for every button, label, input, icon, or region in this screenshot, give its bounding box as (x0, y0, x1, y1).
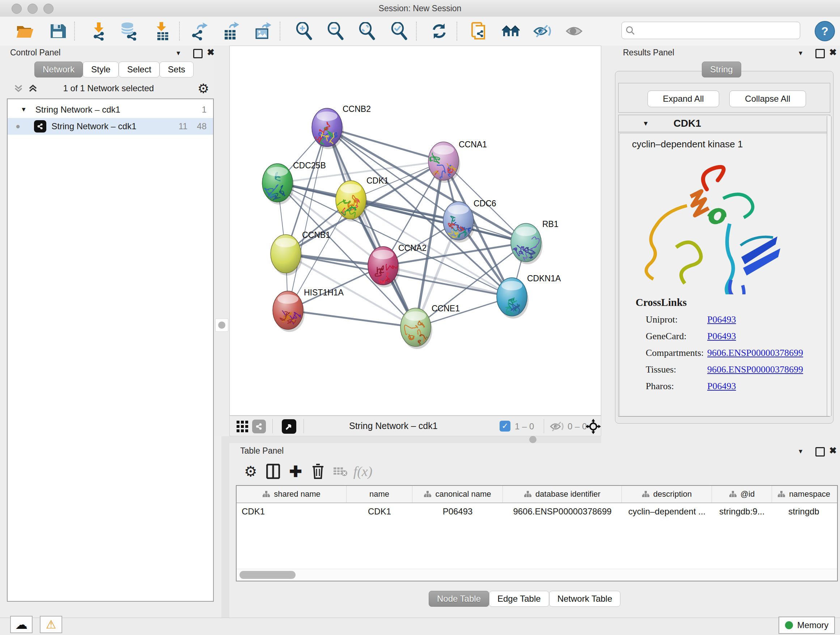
splitter-handle-dot[interactable] (529, 436, 537, 443)
expand-all-button[interactable]: Expand All (647, 90, 719, 107)
network-canvas[interactable]: CCNB2CCNA1CDC25BCDK1CDC6RB1CCNB1CCNA2CDK… (229, 46, 601, 416)
import-table-file-button[interactable] (152, 21, 172, 41)
hide-selected-button[interactable] (532, 21, 553, 41)
import-network-file-button[interactable] (88, 21, 109, 41)
grid-view-icon[interactable] (236, 420, 248, 432)
warnings-button[interactable]: ⚠ (40, 616, 62, 633)
uniprot-link[interactable]: P06493 (707, 314, 736, 325)
pharos-link[interactable]: P06493 (707, 381, 736, 392)
cell-description[interactable]: cyclin–dependent ... (622, 507, 712, 516)
network-view-icon[interactable] (252, 420, 266, 433)
gear-icon[interactable]: ⚙ (197, 81, 209, 96)
selected-checkbox-icon[interactable]: ✓ (500, 421, 510, 432)
zoom-selected-button[interactable] (389, 21, 410, 41)
results-panel-close-icon[interactable]: ✖ (829, 47, 837, 57)
import-network-database-button[interactable] (118, 21, 139, 41)
warning-icon: ⚠ (46, 618, 57, 631)
left-splitter-handle[interactable] (215, 318, 228, 332)
control-panel-close-icon[interactable]: ✖ (207, 47, 215, 57)
compartments-link[interactable]: 9606.ENSP00000378699 (707, 348, 803, 358)
tab-network-table[interactable]: Network Table (549, 591, 621, 607)
network-graph[interactable]: CCNB2CCNA1CDC25BCDK1CDC6RB1CCNB1CCNA2CDK… (230, 46, 601, 415)
table-panel-close-icon[interactable]: ✖ (829, 445, 837, 456)
network-collection-row[interactable]: ▼ String Network – cdk1 1 (8, 101, 213, 118)
left-panel-splitter[interactable] (214, 46, 229, 436)
cell-name[interactable]: CDK1 (347, 507, 412, 516)
tab-string[interactable]: String (702, 62, 741, 78)
cell-namespace[interactable]: stringdb (772, 507, 836, 516)
crosslink-row: Uniprot: P06493 (636, 314, 829, 325)
column-header-database-identifier[interactable]: database identifier (503, 486, 622, 502)
cell-shared-name[interactable]: CDK1 (237, 507, 347, 516)
column-header-at-id[interactable]: @id (712, 486, 772, 502)
genecard-link[interactable]: P06493 (707, 331, 736, 342)
memory-button[interactable]: Memory (778, 616, 835, 634)
column-header-canonical-name[interactable]: canonical name (412, 486, 503, 502)
help-button[interactable]: ? (815, 21, 835, 41)
cell-canonical-name[interactable]: P06493 (412, 507, 503, 516)
control-panel-title: Control Panel (10, 48, 60, 57)
zoom-in-button[interactable] (294, 21, 315, 41)
automation-status-button[interactable]: ☁ (10, 616, 33, 633)
create-column-button[interactable]: ✚ (284, 461, 307, 481)
cell-at-id[interactable]: stringdb:9... (712, 507, 772, 516)
expand-collapse-box: Expand All Collapse All (618, 83, 830, 112)
tab-edge-table[interactable]: Edge Table (489, 591, 549, 607)
cell-database-identifier[interactable]: 9606.ENSP00000378699 (503, 507, 622, 516)
fit-network-crosshair-icon[interactable] (586, 419, 601, 434)
search-input[interactable] (638, 23, 800, 38)
save-session-button[interactable] (47, 21, 68, 41)
tab-sets[interactable]: Sets (159, 62, 194, 78)
collapse-all-button[interactable]: Collapse All (729, 90, 806, 107)
export-network-button[interactable] (189, 21, 210, 41)
results-scrollbar[interactable] (827, 116, 832, 416)
table-settings-button[interactable]: ⚙ (240, 461, 262, 481)
zoom-out-button[interactable] (325, 21, 346, 41)
export-image-button[interactable] (253, 21, 273, 41)
column-header-description[interactable]: description (622, 486, 712, 502)
delete-column-button[interactable] (307, 461, 329, 481)
column-header-shared-name[interactable]: shared name (237, 486, 347, 502)
svg-text:CDC6: CDC6 (474, 199, 496, 208)
eye-icon (564, 23, 584, 39)
results-panel-float-icon[interactable] (815, 49, 825, 58)
tissues-link[interactable]: 9606.ENSP00000378699 (707, 364, 803, 375)
toolbar-separator (279, 22, 280, 41)
export-table-button[interactable] (220, 21, 241, 41)
table-row[interactable]: CDK1 CDK1 P06493 9606.ENSP00000378699 cy… (237, 503, 837, 520)
collapse-all-networks-icon[interactable] (13, 83, 24, 93)
table-panel-float-icon[interactable] (815, 447, 825, 456)
current-network-name: String Network – cdk1 (349, 421, 438, 431)
cloud-icon: ☁ (15, 617, 27, 632)
delete-table-button[interactable] (329, 461, 352, 481)
string-home-button[interactable] (501, 21, 522, 41)
zoom-fit-button[interactable] (357, 21, 378, 41)
control-panel-menu-icon[interactable]: ▾ (177, 49, 180, 57)
column-header-namespace[interactable]: namespace (772, 486, 836, 502)
gene-section-header[interactable]: ▼ CDK1 (619, 115, 830, 133)
table-panel-menu-icon[interactable]: ▾ (799, 447, 802, 455)
control-panel-float-icon[interactable] (193, 49, 202, 58)
update-network-button[interactable] (429, 21, 450, 41)
tab-node-table[interactable]: Node Table (429, 591, 489, 607)
birdseye-view-icon[interactable] (282, 419, 296, 434)
clone-network-button[interactable] (469, 21, 489, 41)
function-builder-button[interactable]: f(x) (352, 461, 374, 481)
tab-style[interactable]: Style (83, 62, 118, 78)
open-session-button[interactable] (14, 21, 35, 41)
show-all-button[interactable] (564, 21, 584, 41)
svg-text:CDKN1A: CDKN1A (527, 274, 561, 283)
expand-all-networks-icon[interactable] (27, 83, 38, 93)
network-row[interactable]: ● String Network – cdk1 11 48 (8, 118, 213, 135)
table-hscrollbar[interactable] (237, 569, 837, 581)
section-collapse-icon[interactable]: ▼ (643, 120, 649, 127)
tree-expand-icon[interactable]: ▼ (21, 106, 27, 113)
tab-select[interactable]: Select (118, 62, 159, 78)
tab-network[interactable]: Network (34, 62, 83, 78)
hscrollbar-thumb[interactable] (240, 571, 295, 579)
window-titlebar: Session: New Session (0, 0, 840, 17)
hidden-eye-slash-icon[interactable] (549, 420, 565, 432)
show-columns-button[interactable] (262, 461, 284, 481)
results-panel-menu-icon[interactable]: ▾ (799, 49, 802, 57)
column-header-name[interactable]: name (347, 486, 412, 502)
